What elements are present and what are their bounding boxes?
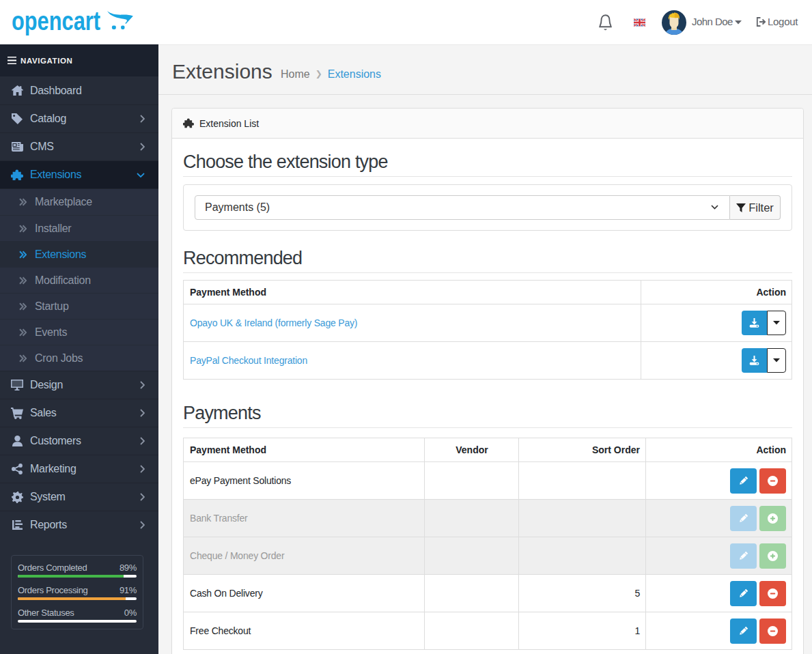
svg-text:opencart: opencart xyxy=(12,5,100,35)
